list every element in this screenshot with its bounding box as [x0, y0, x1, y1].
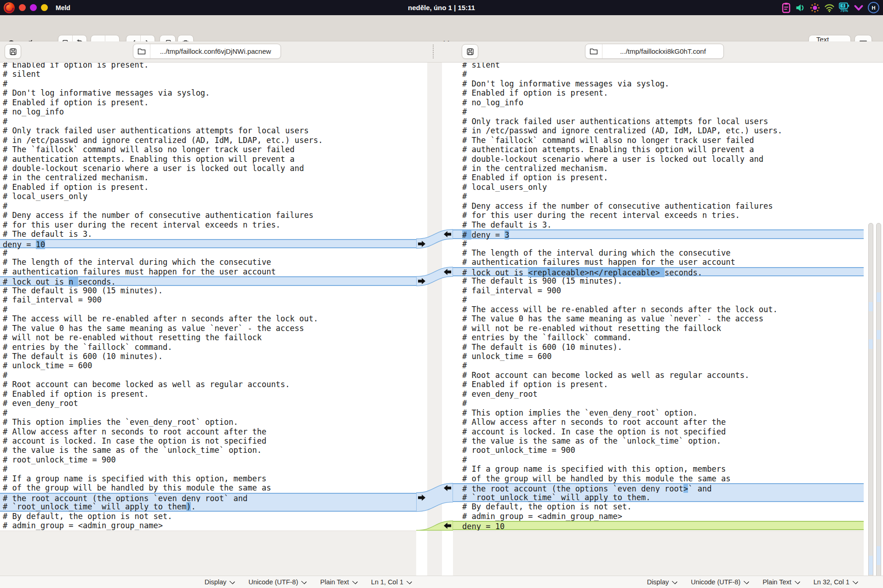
code-line: # admin_group = <admin_group_name>: [0, 521, 416, 530]
code-line: # The `faillock` command will also no lo…: [0, 145, 416, 154]
left-pane-scrollbar[interactable]: [868, 223, 873, 576]
right-syntax-menu[interactable]: Plain Text: [763, 578, 800, 586]
right-pane-scrollbar[interactable]: [876, 223, 881, 576]
code-line: # root_unlock_time = 900: [0, 455, 416, 464]
code-line: # local_users_only: [453, 183, 864, 192]
code-line: #: [0, 201, 416, 211]
code-line: # This option implies the `even_deny_roo…: [0, 417, 416, 427]
left-encoding-menu[interactable]: Unicode (UTF-8): [248, 578, 306, 586]
code-line: # in the centralized mechanism.: [453, 164, 864, 173]
right-code-pane[interactable]: # silent## Don't log informative message…: [453, 63, 864, 576]
code-line: # account is locked. In case the option …: [0, 436, 416, 445]
code-line: # Root account can become locked as well…: [0, 380, 416, 389]
code-line: # The default is 600 (10 minutes).: [0, 352, 416, 361]
push-left-arrow[interactable]: [443, 231, 452, 238]
save-left-button[interactable]: [5, 44, 21, 59]
folder-icon[interactable]: [585, 44, 602, 58]
left-file-entry[interactable]: .../tmp/faillock.conf6vjDjNWi.pacnew: [133, 44, 281, 59]
user-avatar[interactable]: H: [868, 2, 879, 13]
code-line: #: [453, 239, 864, 248]
right-file-entry[interactable]: .../tmp/faillockxi8kG0hT.conf: [585, 44, 724, 59]
code-line: # will not be re-enabled without resetti…: [453, 324, 864, 333]
chevron-down-icon: [744, 578, 750, 584]
code-line: #: [0, 464, 416, 474]
code-line: # of the group will be handled by this m…: [453, 474, 864, 483]
volume-tray-icon[interactable]: [795, 3, 806, 13]
code-line: deny = 10: [453, 521, 864, 530]
code-line: # This option implies the `even_deny_roo…: [453, 408, 864, 417]
left-file-path: .../tmp/faillock.conf6vjDjNWi.pacnew: [150, 47, 281, 55]
meld-window: Meld neděle, úno 1 | 15:11 75% H: [0, 0, 883, 588]
right-display-menu[interactable]: Display: [647, 578, 677, 586]
code-line: #: [453, 192, 864, 201]
code-line: # silent: [0, 69, 416, 79]
code-line: # entries by the `faillock` command.: [0, 343, 416, 352]
code-line: # By default, the option is not set.: [0, 512, 416, 521]
scrollbar-diff-mark: [869, 339, 873, 348]
chevron-down-icon: [795, 578, 801, 584]
code-line: # `root_unlock_time` will apply to them.: [453, 493, 864, 502]
code-line: # Allow access after n seconds to root a…: [0, 427, 416, 436]
pane-resize-handle[interactable]: [433, 45, 434, 58]
chevron-down-icon: [301, 578, 307, 584]
right-cursor-position[interactable]: Ln 32, Col 1: [814, 578, 858, 586]
folder-icon[interactable]: [133, 44, 150, 58]
push-right-arrow[interactable]: [418, 240, 426, 247]
right-file-path: .../tmp/faillockxi8kG0hT.conf: [602, 47, 723, 55]
code-line: # The length of the interval during whic…: [0, 257, 416, 267]
code-line: # lock out is n seconds.: [0, 276, 416, 285]
push-left-arrow[interactable]: [443, 522, 452, 529]
code-line: # The value 0 has the same meaning as va…: [453, 314, 864, 323]
code-line: # no_log_info: [0, 107, 416, 116]
clipboard-tray-icon[interactable]: [781, 2, 791, 13]
code-line: #: [453, 361, 864, 370]
brightness-tray-icon[interactable]: [810, 3, 820, 13]
code-line: # will not be re-enabled without resetti…: [0, 333, 416, 342]
end-of-file-area: [0, 531, 416, 576]
code-line: # double-lockout scenario where a user i…: [453, 154, 864, 164]
code-line: # Don't log informative messages via sys…: [0, 88, 416, 97]
status-bar: Display Unicode (UTF-8) Plain Text Ln 1,…: [0, 576, 883, 588]
code-line: #: [453, 399, 864, 408]
push-left-arrow[interactable]: [443, 268, 452, 275]
code-line: # unlock_time = 600: [453, 352, 864, 361]
code-line: # fail_interval = 900: [0, 295, 416, 304]
end-of-file-area: [453, 531, 864, 576]
code-line: # The value 0 has the same meaning as va…: [0, 324, 416, 333]
push-left-arrow[interactable]: [443, 485, 452, 491]
code-line: # The default is 3.: [453, 220, 864, 229]
code-line: # Deny access if the number of consecuti…: [0, 211, 416, 220]
right-encoding-menu[interactable]: Unicode (UTF-8): [691, 578, 749, 586]
wifi-tray-icon[interactable]: [824, 3, 835, 12]
tray-chevron-down-icon[interactable]: [854, 4, 864, 12]
code-line: #: [0, 305, 416, 314]
code-line: # no_log_info: [453, 98, 864, 107]
code-line: # account is locked. In case the option …: [453, 427, 864, 436]
code-line: #: [453, 107, 864, 116]
code-line: # `root_unlock_time` will apply to them)…: [0, 502, 416, 511]
left-code-pane[interactable]: # Enabled if option is present.# silent#…: [0, 63, 416, 576]
left-display-menu[interactable]: Display: [205, 578, 235, 586]
clock-date[interactable]: neděle, úno 1 | 15:11: [0, 0, 883, 15]
battery-tray-icon[interactable]: 75%: [839, 2, 849, 13]
code-line: # By default, the option is not set.: [453, 502, 864, 511]
code-line: # The access will be re-enabled after n …: [453, 305, 864, 314]
scrollbar-diff-mark: [877, 546, 881, 565]
left-cursor-position[interactable]: Ln 1, Col 1: [371, 578, 412, 586]
save-right-button[interactable]: [462, 44, 478, 59]
scrollbar-diff-mark: [869, 302, 873, 311]
left-syntax-menu[interactable]: Plain Text: [320, 578, 357, 586]
code-line: # entries by the `faillock` command.: [453, 333, 864, 342]
push-right-arrow[interactable]: [418, 278, 426, 285]
code-line: # lock out is <replaceable>n</replaceabl…: [453, 267, 864, 276]
diff-area: # Enabled if option is present.# silent#…: [0, 63, 883, 576]
code-line: # authentication attempts. Enabling this…: [453, 145, 864, 154]
file-selector-row: .../tmp/faillock.conf6vjDjNWi.pacnew ...…: [0, 41, 883, 63]
code-line: # the value is the same as of the `unloc…: [0, 445, 416, 455]
code-line: # root_unlock_time = 900: [453, 445, 864, 455]
code-line: # authentication attempts. Enabling this…: [0, 154, 416, 164]
push-right-arrow[interactable]: [418, 494, 426, 501]
chevron-down-icon: [229, 578, 235, 584]
code-line: # even_deny_root: [0, 399, 416, 408]
code-line: # The default is 900 (15 minutes).: [453, 276, 864, 285]
